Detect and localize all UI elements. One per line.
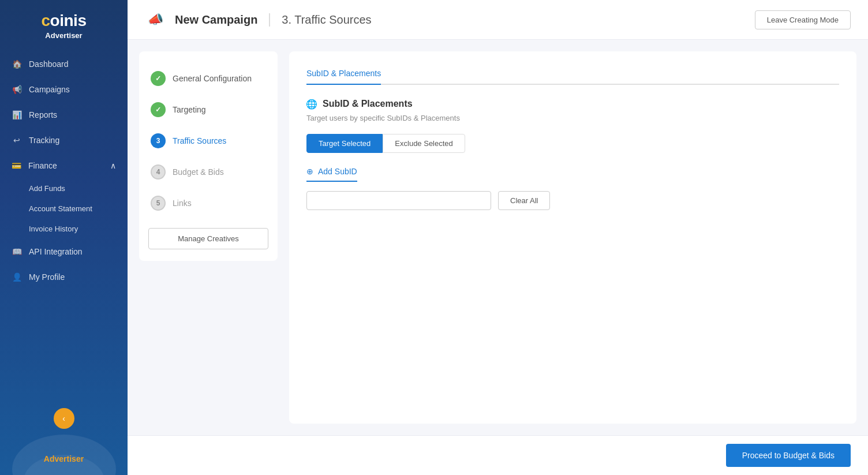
step-2-circle: ✓ (151, 102, 166, 117)
toggle-group: Target Selected Exclude Selected (306, 134, 839, 153)
step-5-circle: 5 (151, 196, 166, 211)
step-traffic-sources[interactable]: 3 Traffic Sources (139, 125, 278, 156)
add-subid-link[interactable]: ⊕ Add SubID (306, 167, 357, 182)
campaigns-icon: 📢 (12, 85, 22, 94)
sidebar-collapse-button[interactable]: ‹ (54, 408, 74, 429)
sidebar: coinis Advertiser 🏠 Dashboard 📢 Campaign… (0, 0, 128, 475)
content-area: ✓ General Configuration ✓ Targeting 3 Tr… (128, 40, 868, 435)
tracking-icon: ↩ (12, 136, 22, 145)
sidebar-item-api-label: API Integration (29, 247, 83, 256)
sidebar-item-reports[interactable]: 📊 Reports (0, 102, 128, 128)
clear-all-button[interactable]: Clear All (498, 191, 550, 210)
sidebar-item-dashboard-label: Dashboard (29, 59, 69, 69)
leave-creating-mode-button[interactable]: Leave Creating Mode (755, 10, 851, 29)
sidebar-item-profile-label: My Profile (29, 272, 65, 282)
step-links[interactable]: 5 Links (139, 188, 278, 219)
step-2-label: Targeting (173, 105, 206, 114)
step-1-label: General Configuration (173, 74, 252, 83)
sidebar-item-campaigns[interactable]: 📢 Campaigns (0, 77, 128, 102)
step-1-circle: ✓ (151, 71, 166, 86)
steps-panel: ✓ General Configuration ✓ Targeting 3 Tr… (139, 51, 278, 261)
sidebar-item-invoice-history[interactable]: Invoice History (0, 219, 128, 239)
exclude-selected-button[interactable]: Exclude Selected (383, 134, 465, 153)
step-5-label: Links (173, 199, 192, 208)
sidebar-item-reports-label: Reports (29, 110, 57, 119)
sidebar-item-finance[interactable]: 💳 Finance ∧ (0, 153, 128, 178)
sidebar-item-api-integration[interactable]: 📖 API Integration (0, 239, 128, 264)
step-3-label: Traffic Sources (173, 136, 226, 145)
api-icon: 📖 (12, 247, 22, 256)
brand-logo: coinis (42, 12, 87, 30)
sidebar-bottom-decoration: ‹ Advertiser (0, 371, 128, 475)
tab-subid-label: SubID & Placements (306, 69, 381, 78)
bottom-bar: Proceed to Budget & Bids (128, 435, 868, 475)
topbar-left: 📣 New Campaign 3. Traffic Sources (145, 9, 372, 30)
sidebar-item-campaigns-label: Campaigns (29, 85, 70, 94)
add-subid-label: Add SubID (318, 167, 357, 176)
reports-icon: 📊 (12, 110, 22, 119)
finance-icon: 💳 (12, 161, 21, 170)
main-area: 📣 New Campaign 3. Traffic Sources Leave … (128, 0, 868, 475)
step-3-circle: 3 (151, 133, 166, 148)
add-subid-icon: ⊕ (306, 167, 313, 176)
chevron-left-icon: ‹ (62, 414, 65, 423)
home-icon: 🏠 (12, 59, 22, 69)
tab-subid-placements[interactable]: SubID & Placements (306, 63, 381, 84)
finance-section: 💳 Finance ∧ Add Funds Account Statement … (0, 153, 128, 239)
main-panel: SubID & Placements 🌐 SubID & Placements … (289, 51, 856, 424)
chevron-up-icon: ∧ (110, 161, 116, 170)
step-4-label: Budget & Bids (173, 167, 224, 177)
sidebar-item-account-statement[interactable]: Account Statement (0, 199, 128, 219)
step-budget-bids[interactable]: 4 Budget & Bids (139, 156, 278, 188)
sidebar-item-tracking[interactable]: ↩ Tracking (0, 128, 128, 153)
advertiser-bottom-label: Advertiser (44, 454, 84, 463)
sidebar-item-add-funds[interactable]: Add Funds (0, 178, 128, 199)
sidebar-item-finance-label: Finance (28, 161, 57, 170)
brand-role: Advertiser (45, 31, 82, 40)
page-title: New Campaign (175, 13, 257, 27)
section-description: Target users by specific SubIDs & Placem… (306, 114, 839, 122)
sidebar-item-account-statement-label: Account Statement (29, 204, 92, 213)
section-header: 🌐 SubID & Placements (306, 99, 839, 109)
sidebar-item-invoice-history-label: Invoice History (29, 225, 78, 233)
globe-icon: 🌐 (306, 99, 317, 109)
subid-input[interactable] (306, 191, 491, 210)
subid-input-row: Clear All (306, 191, 839, 210)
target-selected-button[interactable]: Target Selected (306, 134, 383, 153)
profile-icon: 👤 (12, 272, 22, 282)
topbar: 📣 New Campaign 3. Traffic Sources Leave … (128, 0, 868, 40)
sidebar-item-add-funds-label: Add Funds (29, 184, 65, 193)
step-4-circle: 4 (151, 164, 166, 179)
sidebar-item-tracking-label: Tracking (29, 136, 59, 145)
step-title: 3. Traffic Sources (269, 13, 371, 27)
manage-creatives-button[interactable]: Manage Creatives (148, 228, 268, 249)
tabs: SubID & Placements (306, 63, 839, 85)
logo-area: coinis Advertiser (0, 0, 128, 46)
step-general-config[interactable]: ✓ General Configuration (139, 63, 278, 94)
sidebar-item-dashboard[interactable]: 🏠 Dashboard (0, 51, 128, 77)
sidebar-nav: 🏠 Dashboard 📢 Campaigns 📊 Reports ↩ Trac… (0, 46, 128, 371)
megaphone-icon: 📣 (145, 9, 166, 30)
sidebar-item-my-profile[interactable]: 👤 My Profile (0, 264, 128, 290)
section-title: SubID & Placements (323, 99, 413, 109)
proceed-button[interactable]: Proceed to Budget & Bids (726, 444, 851, 467)
step-targeting[interactable]: ✓ Targeting (139, 94, 278, 125)
